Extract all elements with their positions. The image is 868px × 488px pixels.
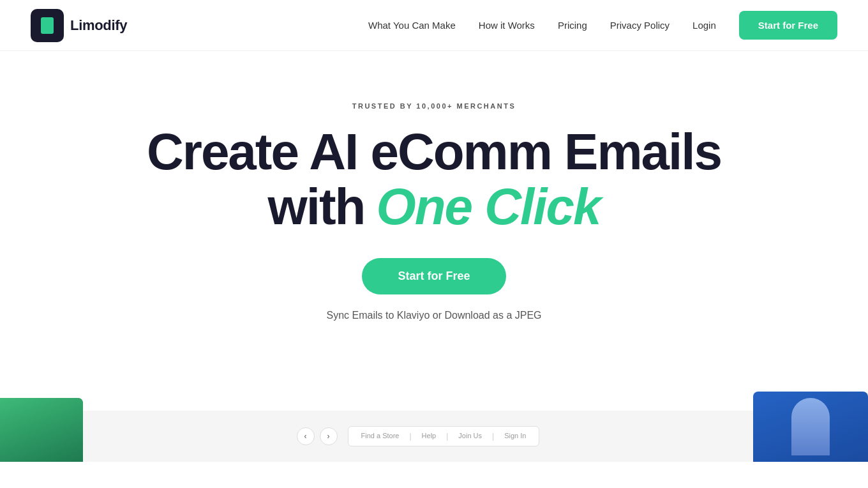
arrow-left-button[interactable]: ‹ [297,427,315,445]
nav-item-what-you-can-make: What You Can Make [368,20,456,31]
hero-badge: TRUSTED BY 10,000+ MERCHANTS [82,102,786,110]
mock-nav-divider-1: | [409,432,411,441]
nav-link-what-you-can-make[interactable]: What You Can Make [368,20,456,31]
screenshot-right [753,392,868,462]
nav-cta-item: Start for Free [739,20,837,31]
arrow-right-icon: › [327,432,330,441]
hero-sub-text: Sync Emails to Klaviyo or Download as a … [82,310,786,321]
hero-section: TRUSTED BY 10,000+ MERCHANTS Create AI e… [51,51,817,385]
screenshot-left-image [0,398,83,462]
screenshot-arrows: ‹ › [297,427,338,445]
mock-nav-sign-in: Sign In [504,432,526,441]
hero-title-line2: with One Click [82,179,786,235]
brand-logo[interactable]: Limodify [31,9,127,42]
mock-nav-help: Help [422,432,437,441]
nav-links: What You Can Make How it Works Pricing P… [368,20,837,31]
hero-with-text: with [268,179,365,235]
person-silhouette [791,398,830,455]
mock-nav-join-us: Join Us [458,432,482,441]
hero-title-line1: Create AI eComm Emails [82,125,786,179]
arrow-left-icon: ‹ [304,432,307,441]
nav-item-how-it-works: How it Works [479,20,535,31]
nav-item-pricing: Pricing [558,20,587,31]
nav-link-how-it-works[interactable]: How it Works [479,20,535,31]
mock-nav-divider-3: | [492,432,494,441]
nav-item-privacy-policy: Privacy Policy [610,20,670,31]
nav-item-login: Login [692,20,716,31]
brand-name: Limodify [70,17,127,34]
nav-link-login[interactable]: Login [692,20,716,31]
screenshot-middle: ‹ › Find a Store | Help | Join Us | Sign… [83,411,753,462]
main-nav: Limodify What You Can Make How it Works … [0,0,868,51]
nav-link-privacy-policy[interactable]: Privacy Policy [610,20,670,31]
screenshot-right-image [753,392,868,462]
hero-start-for-free-button[interactable]: Start for Free [362,258,505,294]
screenshot-left [0,398,83,462]
mock-nav-find-store: Find a Store [361,432,400,441]
logo-icon-inner [41,17,54,34]
arrow-right-button[interactable]: › [320,427,338,445]
logo-icon [31,9,64,42]
nav-link-pricing[interactable]: Pricing [558,20,587,31]
screenshot-nav-mock: Find a Store | Help | Join Us | Sign In [348,426,540,446]
screenshots-strip: ‹ › Find a Store | Help | Join Us | Sign… [0,385,868,462]
hero-italic-text: One Click [376,179,600,235]
mock-nav-divider-2: | [446,432,448,441]
nav-start-for-free-button[interactable]: Start for Free [739,11,837,40]
